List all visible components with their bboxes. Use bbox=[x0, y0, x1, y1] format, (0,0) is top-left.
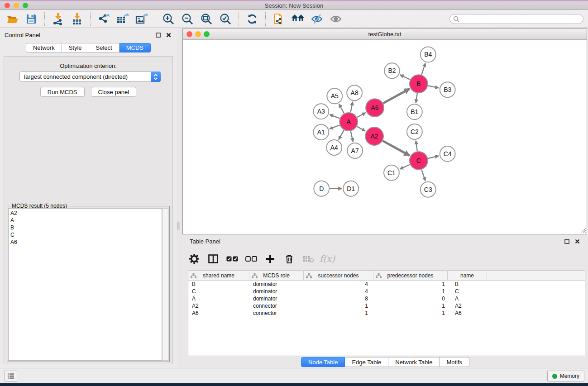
node-A6[interactable]: A6 bbox=[366, 99, 384, 117]
edge-C-C3[interactable] bbox=[421, 170, 425, 181]
node-B3[interactable]: B3 bbox=[440, 82, 455, 97]
table-cell[interactable]: A2 bbox=[188, 302, 249, 310]
zoom-fit-icon[interactable] bbox=[200, 12, 213, 26]
network-document-icon[interactable] bbox=[272, 12, 286, 26]
edge-A6-B[interactable] bbox=[383, 89, 409, 103]
edge-A-A7[interactable] bbox=[351, 131, 353, 142]
open-session-icon[interactable] bbox=[5, 12, 19, 26]
mcds-result-item[interactable]: B bbox=[10, 224, 162, 231]
table-row[interactable]: A6connector11A6 bbox=[188, 310, 585, 317]
table-cell[interactable]: 1 bbox=[373, 288, 448, 295]
node-D[interactable]: D bbox=[314, 181, 329, 196]
column-header-name[interactable]: name bbox=[448, 271, 487, 280]
table-cell[interactable]: connector bbox=[249, 302, 304, 310]
edge-C-C2[interactable] bbox=[416, 141, 417, 151]
import-table-icon[interactable] bbox=[70, 12, 84, 26]
node-B2[interactable]: B2 bbox=[384, 63, 400, 78]
table-cell[interactable]: 1 bbox=[373, 310, 448, 317]
node-A1[interactable]: A1 bbox=[313, 124, 329, 140]
table-cell[interactable]: A bbox=[448, 295, 487, 302]
node-A7[interactable]: A7 bbox=[347, 143, 363, 158]
zoom-selected-icon[interactable] bbox=[219, 12, 232, 26]
delete-column-icon[interactable] bbox=[283, 253, 296, 265]
table-cell[interactable]: 1 bbox=[304, 302, 373, 310]
node-A[interactable]: A bbox=[339, 113, 358, 131]
edge-C-C4[interactable] bbox=[428, 156, 439, 158]
node-A4[interactable]: A4 bbox=[326, 140, 342, 155]
node-C[interactable]: C bbox=[410, 152, 428, 170]
network-canvas[interactable]: B4B2BB3A8A5A6A3B1AA1C2A2A4A7C4CC1DD1C3 bbox=[183, 40, 587, 234]
run-mcds-button[interactable]: Run MCDS bbox=[40, 87, 85, 97]
table-cell[interactable]: 4 bbox=[304, 288, 373, 295]
close-panel-button[interactable]: Close panel bbox=[91, 87, 137, 97]
refresh-icon[interactable] bbox=[245, 12, 259, 26]
close-panel-icon[interactable] bbox=[165, 31, 172, 38]
mcds-result-item[interactable]: A6 bbox=[10, 238, 162, 246]
table-row[interactable]: A2connector11A2 bbox=[188, 302, 585, 310]
home-icon[interactable] bbox=[291, 12, 305, 26]
tab-network-table[interactable]: Network Table bbox=[388, 357, 440, 367]
save-session-icon[interactable] bbox=[24, 12, 38, 26]
table-cell[interactable]: dominator bbox=[249, 295, 304, 302]
search-field[interactable] bbox=[449, 14, 583, 24]
node-A3[interactable]: A3 bbox=[313, 104, 329, 119]
tab-edge-table[interactable]: Edge Table bbox=[345, 357, 388, 367]
node-A5[interactable]: A5 bbox=[327, 88, 342, 104]
node-B4[interactable]: B4 bbox=[421, 47, 436, 62]
tab-mcds[interactable]: MCDS bbox=[120, 43, 151, 52]
table-cell[interactable]: A6 bbox=[188, 310, 249, 317]
node-A8[interactable]: A8 bbox=[347, 85, 362, 100]
node-table[interactable]: shared nameMCDS rolesuccessor nodesprede… bbox=[188, 271, 585, 356]
table-row[interactable]: Adominator80A bbox=[188, 295, 585, 302]
table-cell[interactable]: connector bbox=[249, 310, 304, 317]
table-cell[interactable]: 8 bbox=[304, 295, 373, 302]
table-cell[interactable]: 1 bbox=[373, 281, 448, 288]
tab-motifs[interactable]: Motifs bbox=[440, 357, 469, 367]
task-history-button[interactable] bbox=[5, 371, 17, 381]
edge-A-A8[interactable] bbox=[350, 102, 353, 113]
edge-B-B1[interactable] bbox=[416, 93, 417, 103]
table-cell[interactable]: C bbox=[448, 288, 487, 295]
edge-A-A4[interactable] bbox=[339, 130, 344, 139]
table-cell[interactable]: 4 bbox=[304, 281, 373, 288]
export-network-icon[interactable] bbox=[97, 12, 110, 26]
edge-A2-C[interactable] bbox=[382, 141, 409, 156]
node-C2[interactable]: C2 bbox=[407, 124, 422, 139]
edge-A-A2[interactable] bbox=[357, 126, 365, 131]
column-header-successor-nodes[interactable]: successor nodes bbox=[304, 271, 373, 280]
node-C3[interactable]: C3 bbox=[421, 182, 436, 197]
tab-network[interactable]: Network bbox=[26, 43, 62, 52]
node-C1[interactable]: C1 bbox=[384, 165, 399, 181]
export-image-icon[interactable] bbox=[135, 12, 148, 26]
export-table-icon[interactable] bbox=[116, 12, 129, 26]
node-A2[interactable]: A2 bbox=[365, 127, 383, 145]
column-header-MCDS-role[interactable]: MCDS role bbox=[249, 271, 304, 280]
table-cell[interactable]: B bbox=[188, 281, 249, 288]
vertical-split-handle[interactable] bbox=[177, 222, 180, 229]
float-table-panel-icon[interactable] bbox=[563, 238, 570, 245]
zoom-out-icon[interactable] bbox=[181, 12, 194, 26]
table-cell[interactable]: 1 bbox=[373, 302, 448, 310]
resize-grip-icon[interactable] bbox=[580, 227, 586, 233]
close-table-panel-icon[interactable] bbox=[574, 238, 581, 245]
table-row[interactable]: Cdominator41C bbox=[188, 288, 585, 295]
edge-A-A3[interactable] bbox=[330, 114, 340, 119]
columns-icon[interactable] bbox=[207, 253, 220, 265]
tab-style[interactable]: Style bbox=[62, 43, 89, 52]
tab-node-table[interactable]: Node Table bbox=[301, 357, 345, 367]
hide-selected-icon[interactable] bbox=[310, 12, 324, 26]
table-cell[interactable]: B bbox=[448, 281, 487, 288]
zoom-in-icon[interactable] bbox=[162, 12, 175, 26]
mcds-result-list[interactable]: A2ABCA6 bbox=[8, 208, 162, 361]
network-window-titlebar[interactable]: testGlobe.txt bbox=[183, 29, 587, 40]
deselect-all-icon[interactable] bbox=[245, 253, 258, 265]
table-cell[interactable]: dominator bbox=[249, 288, 304, 295]
node-C4[interactable]: C4 bbox=[440, 146, 455, 162]
edge-A-A5[interactable] bbox=[339, 104, 344, 114]
gear-icon[interactable] bbox=[188, 253, 201, 265]
criterion-select[interactable]: largest connected component (directed) bbox=[19, 71, 161, 82]
edge-C-C1[interactable] bbox=[400, 164, 410, 169]
float-panel-icon[interactable] bbox=[154, 31, 162, 38]
table-cell[interactable]: 1 bbox=[304, 310, 373, 317]
column-header-shared-name[interactable]: shared name bbox=[188, 271, 249, 280]
